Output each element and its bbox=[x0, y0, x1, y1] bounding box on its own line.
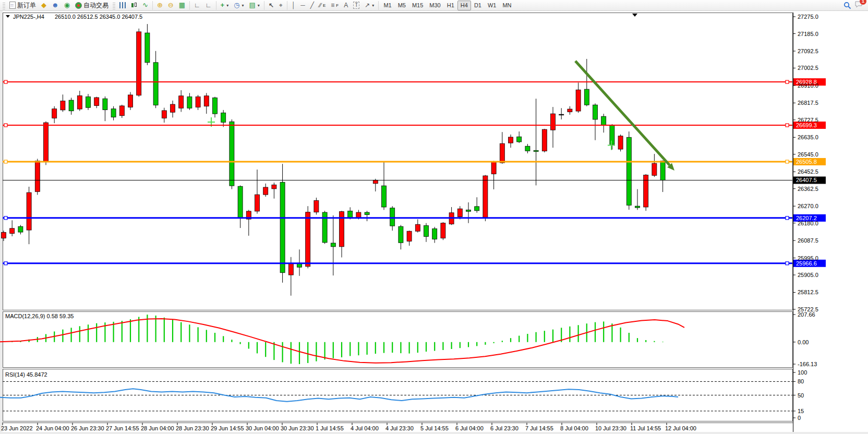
candle-body bbox=[238, 186, 243, 218]
auto-scroll-button[interactable]: ∟ bbox=[191, 1, 203, 10]
candle-body bbox=[272, 185, 276, 189]
timeframe-W1[interactable]: W1 bbox=[485, 1, 500, 10]
timeframe-M5[interactable]: M5 bbox=[395, 1, 409, 10]
horizontal-line-button[interactable]: ─ bbox=[298, 1, 308, 10]
text-tool-button[interactable]: A bbox=[341, 1, 351, 10]
toolbar-grip[interactable] bbox=[113, 2, 115, 9]
line-handle[interactable] bbox=[786, 80, 789, 83]
folder-icon: ◆ bbox=[41, 2, 46, 8]
line-handle[interactable] bbox=[786, 124, 789, 127]
channel-button[interactable]: ∕∕E bbox=[317, 1, 328, 10]
add-account-button[interactable]: ☻ bbox=[49, 1, 62, 10]
line-handle[interactable] bbox=[786, 262, 789, 265]
candle-body bbox=[306, 212, 310, 267]
line-handle[interactable] bbox=[4, 262, 7, 265]
crosshair-icon: ⌖ bbox=[279, 2, 283, 8]
trendline-button[interactable]: ╱ bbox=[308, 1, 317, 10]
label-tool-icon: T bbox=[353, 2, 359, 9]
candle-body bbox=[441, 223, 445, 238]
candle bbox=[618, 135, 623, 152]
line-chart-icon: ∿ bbox=[142, 2, 148, 8]
candle bbox=[35, 159, 40, 195]
candle-body bbox=[525, 146, 530, 151]
candle-body bbox=[390, 208, 395, 226]
folder-button[interactable]: ◆ bbox=[39, 1, 49, 10]
time-tick-label: 7 Jul 14:55 bbox=[525, 425, 553, 431]
candle-body bbox=[559, 114, 564, 115]
line-chart-button[interactable]: ∿ bbox=[140, 1, 151, 10]
price-tick-label: 25995.0 bbox=[798, 255, 818, 261]
chart-ohlc-label: 26510.0 26512.5 26345.0 26407.5 bbox=[55, 14, 142, 20]
candle-body bbox=[119, 106, 124, 116]
chart-shift-button[interactable]: ∟ bbox=[203, 1, 214, 10]
indicators-button[interactable]: +▾ bbox=[218, 1, 232, 10]
chevron-down-icon: ▾ bbox=[226, 3, 228, 8]
candle bbox=[542, 129, 547, 152]
time-tick-label: 24 Jun 04:00 bbox=[36, 425, 69, 431]
periods-button[interactable]: ◷▾ bbox=[231, 1, 246, 10]
candle-body bbox=[610, 126, 614, 144]
candle-body bbox=[322, 212, 327, 243]
candle-body bbox=[263, 187, 268, 195]
candle-body bbox=[153, 63, 158, 105]
timeframe-D1[interactable]: D1 bbox=[471, 1, 485, 10]
line-handle[interactable] bbox=[786, 160, 789, 163]
candle-body bbox=[475, 207, 479, 211]
candle-body bbox=[365, 212, 369, 214]
time-tick-label: 23 Jun 2022 bbox=[1, 425, 33, 431]
timeframe-H1[interactable]: H1 bbox=[444, 1, 457, 10]
candlestick-chart-button[interactable] bbox=[128, 1, 140, 10]
cursor-button[interactable]: ↖ bbox=[266, 1, 276, 10]
candle-body bbox=[491, 162, 496, 174]
crosshair-button[interactable]: ⌖ bbox=[276, 1, 285, 10]
separator bbox=[287, 1, 287, 10]
time-tick-label: 5 Jul 14:55 bbox=[420, 425, 449, 431]
rsi-label: RSI(14) 45.8472 bbox=[5, 371, 47, 378]
candle-body bbox=[103, 99, 107, 110]
timeframe-M1[interactable]: M1 bbox=[380, 1, 394, 10]
zoom-out-button[interactable]: ⊖ bbox=[165, 1, 176, 10]
signal-button[interactable]: ◉ bbox=[62, 1, 73, 10]
time-tick-label: 26 Jun 23:30 bbox=[71, 425, 104, 431]
chat-button[interactable]: 1 bbox=[854, 1, 863, 10]
time-tick-label: 6 Jul 04:00 bbox=[455, 425, 484, 431]
price-tick-label: 25812.5 bbox=[798, 289, 818, 295]
new-order-button[interactable]: 新订单 bbox=[7, 1, 39, 10]
line-handle[interactable] bbox=[4, 160, 7, 163]
templates-button[interactable]: ▤▾ bbox=[247, 1, 262, 10]
zoom-in-button[interactable]: ⊕ bbox=[154, 1, 165, 10]
trading-chart[interactable]: JPN225-,H426510.0 26512.5 26345.0 26407.… bbox=[0, 11, 868, 434]
candle-body bbox=[534, 151, 538, 152]
time-tick-label: 30 Jun 04:00 bbox=[246, 425, 279, 431]
time-tick-label: 8 Jul 04:00 bbox=[560, 425, 588, 431]
zoom-out-icon: ⊖ bbox=[168, 2, 174, 8]
arrows-tool-button[interactable]: ↗▾ bbox=[362, 1, 377, 10]
fibonacci-sub-label: F bbox=[336, 3, 339, 8]
toolbar-grip[interactable] bbox=[3, 2, 5, 9]
candle-body bbox=[576, 90, 581, 111]
candle-body bbox=[551, 114, 556, 130]
timeframe-MN[interactable]: MN bbox=[499, 1, 514, 10]
tile-windows-button[interactable]: ▦ bbox=[176, 1, 188, 10]
channel-icon: ∕∕ bbox=[319, 2, 321, 8]
line-handle[interactable] bbox=[786, 216, 789, 220]
line-handle[interactable] bbox=[4, 216, 7, 220]
line-handle[interactable] bbox=[4, 80, 7, 83]
fibonacci-button[interactable]: ≡F bbox=[328, 1, 341, 10]
chart-symbol-label: JPN225-,H4 bbox=[13, 14, 44, 20]
timeframe-M15[interactable]: M15 bbox=[409, 1, 426, 10]
candle-body bbox=[171, 104, 175, 112]
vertical-line-button[interactable]: │ bbox=[289, 1, 298, 10]
candle-body bbox=[27, 192, 31, 230]
label-tool-button[interactable]: T bbox=[351, 1, 362, 10]
bar-chart-button[interactable] bbox=[117, 1, 128, 10]
candle-body bbox=[424, 225, 429, 236]
timeframe-H4[interactable]: H4 bbox=[457, 1, 471, 10]
search-icon[interactable] bbox=[843, 2, 851, 9]
candle-body bbox=[314, 200, 319, 212]
line-handle[interactable] bbox=[4, 124, 7, 127]
timeframe-M30[interactable]: M30 bbox=[426, 1, 443, 10]
auto-trading-button[interactable]: 自动交易 bbox=[73, 1, 111, 10]
macd-frame bbox=[3, 312, 793, 368]
candle-body bbox=[483, 176, 488, 218]
